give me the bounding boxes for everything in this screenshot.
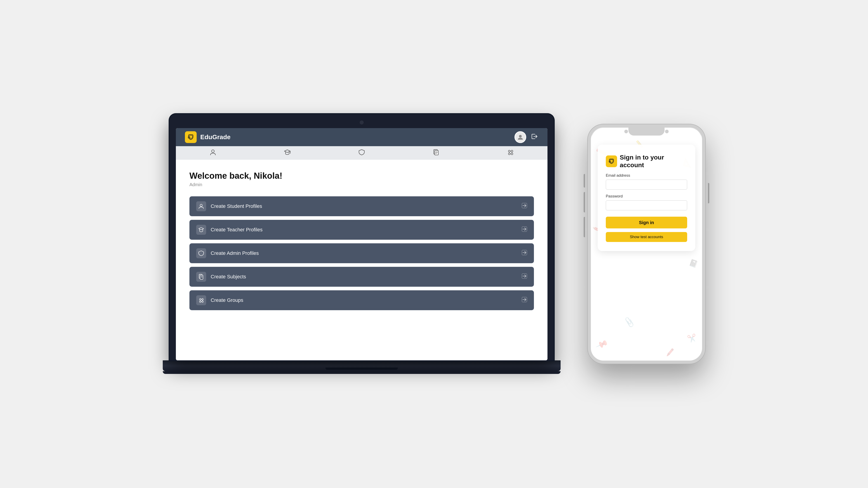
create-groups-button[interactable]: Create Groups <box>189 290 534 310</box>
laptop-lid: EduGrade <box>169 114 554 360</box>
action-left: Create Admin Profiles <box>196 248 259 258</box>
action-left: Create Teacher Profiles <box>196 225 263 235</box>
nav-admin[interactable] <box>354 147 370 159</box>
laptop-foot <box>163 371 561 374</box>
phone-logo-icon <box>606 156 617 167</box>
phone-notch <box>628 127 664 135</box>
action-left: Create Subjects <box>196 272 246 282</box>
phone-camera <box>665 130 669 133</box>
phone-volume-up-button <box>584 192 585 213</box>
sign-in-button[interactable]: Sign in <box>606 217 687 228</box>
deco-item: 📓 <box>688 258 699 269</box>
teacher-icon <box>196 225 206 235</box>
action-label: Create Student Profiles <box>211 203 262 209</box>
scene: EduGrade <box>0 0 868 488</box>
app: EduGrade <box>176 128 548 360</box>
show-accounts-button[interactable]: Show test accounts <box>606 232 687 242</box>
action-label: Create Teacher Profiles <box>211 227 263 233</box>
svg-point-27 <box>199 301 201 302</box>
create-admin-profiles-button[interactable]: Create Admin Profiles <box>189 243 534 263</box>
arrow-icon <box>522 297 527 304</box>
action-left: Create Student Profiles <box>196 201 262 211</box>
action-label: Create Admin Profiles <box>211 250 259 256</box>
header-actions <box>515 131 538 143</box>
svg-point-8 <box>508 150 510 152</box>
app-nav <box>176 146 548 160</box>
app-logo: EduGrade <box>185 131 230 143</box>
phone-screen: ✏️ 📐 📏 🖊️ 📌 ✂️ 📎 🖍️ 🔖 📓 <box>591 135 702 361</box>
deco-item: 📎 <box>623 317 635 328</box>
app-name: EduGrade <box>200 133 230 141</box>
action-label: Create Subjects <box>211 274 246 280</box>
login-card: Sign in to your account Email address Pa… <box>598 144 695 251</box>
nav-teachers[interactable] <box>279 147 295 159</box>
logout-button[interactable] <box>531 133 538 142</box>
login-title: Sign in to your account <box>620 154 687 169</box>
email-label: Email address <box>606 173 687 178</box>
welcome-title: Welcome back, Nikola! <box>189 171 534 181</box>
laptop-wrapper: EduGrade <box>163 114 561 374</box>
nav-subjects[interactable] <box>428 147 444 159</box>
app-content: Welcome back, Nikola! Admin <box>176 160 548 360</box>
phone-volume-down-button <box>584 217 585 237</box>
action-list: Create Student Profiles <box>189 196 534 310</box>
avatar-button[interactable] <box>515 131 526 143</box>
welcome-subtitle: Admin <box>189 182 534 187</box>
laptop-hinge <box>326 367 398 370</box>
svg-point-11 <box>511 153 513 155</box>
nav-students[interactable] <box>205 147 221 159</box>
arrow-icon <box>522 250 527 257</box>
arrow-icon <box>522 226 527 233</box>
subjects-icon <box>196 272 206 282</box>
phone-speaker <box>624 130 628 133</box>
create-subjects-button[interactable]: Create Subjects <box>189 267 534 287</box>
deco-item: 🖍️ <box>666 348 675 357</box>
password-input[interactable] <box>606 200 687 210</box>
create-student-profiles-button[interactable]: Create Student Profiles <box>189 196 534 216</box>
phone-power-button <box>708 183 709 203</box>
svg-point-25 <box>199 299 201 300</box>
laptop-screen: EduGrade <box>176 128 548 360</box>
nav-groups[interactable] <box>502 147 518 159</box>
arrow-icon <box>522 273 527 280</box>
create-teacher-profiles-button[interactable]: Create Teacher Profiles <box>189 220 534 240</box>
svg-point-10 <box>508 153 510 155</box>
action-left: Create Groups <box>196 295 243 305</box>
groups-icon <box>196 295 206 305</box>
phone-wrapper: ✏️ 📐 📏 🖊️ 📌 ✂️ 📎 🖍️ 🔖 📓 <box>588 124 705 364</box>
phone-logo: Sign in to your account <box>606 154 687 169</box>
action-label: Create Groups <box>211 297 243 303</box>
student-icon <box>196 201 206 211</box>
admin-icon <box>196 248 206 258</box>
phone-mute-button <box>584 174 585 188</box>
email-input[interactable] <box>606 180 687 190</box>
laptop-camera <box>360 121 364 125</box>
svg-point-28 <box>202 301 204 302</box>
svg-point-26 <box>202 299 204 300</box>
svg-point-0 <box>519 135 522 138</box>
app-header: EduGrade <box>176 128 548 146</box>
svg-point-1 <box>212 150 214 153</box>
svg-point-16 <box>200 204 202 206</box>
password-label: Password <box>606 194 687 199</box>
svg-point-9 <box>511 150 513 152</box>
arrow-icon <box>522 203 527 210</box>
logo-icon <box>185 131 197 143</box>
deco-item: ✂️ <box>686 333 698 344</box>
deco-item: 📌 <box>595 338 608 351</box>
phone: ✏️ 📐 📏 🖊️ 📌 ✂️ 📎 🖍️ 🔖 📓 <box>588 124 705 364</box>
laptop-base <box>163 360 561 371</box>
